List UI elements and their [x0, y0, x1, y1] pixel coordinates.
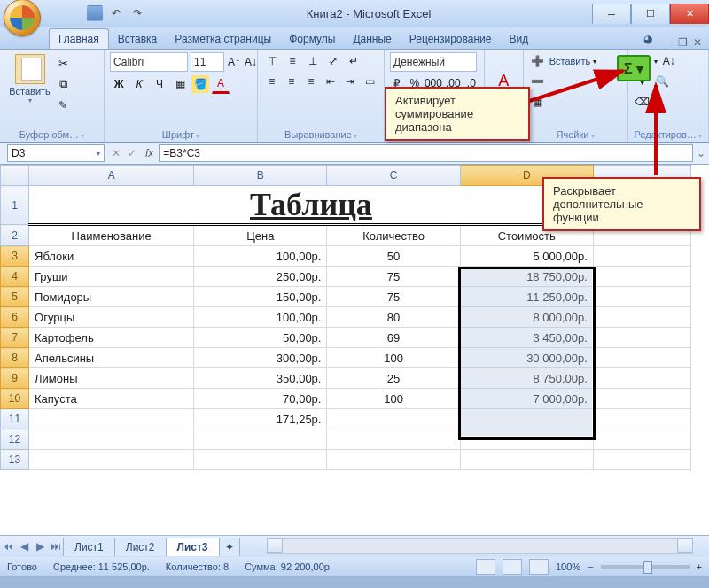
font-size-select[interactable] — [191, 52, 224, 72]
formula-input[interactable]: =B3*C3 — [159, 144, 693, 162]
tab-insert[interactable]: Вставка — [109, 29, 167, 49]
arrow-to-sigma — [510, 62, 651, 115]
orientation-icon[interactable]: ⤢ — [324, 52, 342, 70]
paste-icon — [15, 54, 45, 84]
fx-icon[interactable]: fx — [145, 147, 153, 159]
sheet-tab-3[interactable]: Лист3 — [166, 538, 220, 556]
cut-icon[interactable] — [54, 54, 72, 72]
tab-pagelayout[interactable]: Разметка страницы — [166, 29, 280, 49]
sheet-nav-last-icon[interactable]: ⏭ — [48, 540, 64, 553]
row-8[interactable]: 8 — [1, 348, 29, 368]
row-5[interactable]: 5 — [1, 287, 29, 307]
callout-sum: Активирует суммирование диапазона — [385, 87, 530, 141]
row-4[interactable]: 4 — [1, 267, 29, 287]
callout-dropdown: Раскрывает дополнительные функции — [542, 177, 701, 231]
align-left-icon[interactable]: ≡ — [263, 73, 280, 90]
tab-home[interactable]: Главная — [49, 28, 109, 49]
bold-icon[interactable]: Ж — [110, 75, 128, 93]
arrow-to-dropdown — [638, 80, 674, 182]
row-11[interactable]: 11 — [1, 409, 29, 429]
font-family-select[interactable] — [110, 52, 188, 72]
title-cell[interactable]: Таблица — [29, 186, 594, 225]
row-1[interactable]: 1 — [1, 186, 29, 225]
group-clipboard: Вставить ▾ Буфер обм… — [0, 50, 105, 142]
row-9[interactable]: 9 — [1, 368, 29, 389]
help-icon[interactable]: ◕ — [635, 29, 661, 49]
col-C[interactable]: C — [327, 166, 460, 186]
col-A[interactable]: A — [29, 166, 194, 186]
status-count: Количество: 8 — [166, 561, 229, 572]
view-layout-icon[interactable] — [503, 559, 522, 575]
undo-icon[interactable] — [108, 5, 124, 21]
row-10[interactable]: 10 — [1, 389, 29, 409]
tab-review[interactable]: Рецензирование — [401, 29, 501, 49]
border-icon[interactable]: ▦ — [171, 75, 189, 93]
align-top-icon[interactable]: ⊤ — [263, 52, 281, 70]
wrap-text-icon[interactable]: ↵ — [345, 52, 362, 70]
sheet-tab-bar: ⏮ ◀ ▶ ⏭ Лист1 Лист2 Лист3 ✦ — [0, 535, 709, 557]
row-3[interactable]: 3 — [1, 246, 29, 267]
format-painter-icon[interactable] — [54, 97, 72, 114]
title-bar: Книга2 - Microsoft Excel ─ ☐ ✕ — [0, 0, 709, 27]
sort-icon[interactable]: A↓ — [660, 52, 678, 70]
close-button[interactable]: ✕ — [670, 4, 709, 24]
indent-dec-icon[interactable]: ⇤ — [323, 73, 339, 90]
align-center-icon[interactable]: ≡ — [283, 73, 300, 90]
fill-color-icon[interactable]: 🪣 — [191, 75, 209, 93]
sheet-nav-prev-icon[interactable]: ◀ — [16, 540, 32, 553]
doc-minimize-icon[interactable]: ─ — [665, 36, 673, 49]
row-7[interactable]: 7 — [1, 328, 29, 348]
cancel-formula-icon[interactable]: ✕ — [108, 147, 124, 159]
select-all-corner[interactable] — [1, 166, 29, 186]
enter-formula-icon[interactable]: ✓ — [124, 147, 140, 159]
minimize-button[interactable]: ─ — [592, 4, 631, 24]
copy-icon[interactable] — [54, 75, 72, 93]
save-icon[interactable] — [87, 5, 103, 21]
redo-icon[interactable] — [129, 5, 145, 21]
font-color-icon[interactable]: A — [212, 74, 230, 94]
tab-data[interactable]: Данные — [344, 29, 400, 49]
paste-button[interactable]: Вставить ▾ — [5, 52, 54, 114]
view-normal-icon[interactable] — [476, 559, 495, 575]
sheet-nav-first-icon[interactable]: ⏮ — [0, 540, 16, 553]
row-6[interactable]: 6 — [1, 307, 29, 328]
increase-font-icon[interactable]: A↑ — [227, 53, 241, 71]
number-format-select[interactable] — [390, 52, 477, 72]
indent-inc-icon[interactable]: ⇥ — [342, 73, 359, 90]
office-button[interactable] — [4, 0, 41, 36]
status-average: Среднее: 11 525,00р. — [53, 561, 150, 572]
name-box[interactable]: D3▾ — [7, 144, 105, 162]
formula-bar: D3▾ ✕ ✓ fx =B3*C3 ⌄ — [0, 143, 709, 165]
sheet-nav-next-icon[interactable]: ▶ — [32, 540, 48, 553]
decrease-font-icon[interactable]: A↓ — [244, 53, 258, 71]
row-13[interactable]: 13 — [1, 450, 29, 470]
zoom-in-icon[interactable]: + — [697, 561, 702, 572]
view-break-icon[interactable] — [529, 559, 549, 575]
align-bottom-icon[interactable]: ⊥ — [304, 52, 322, 70]
underline-icon[interactable]: Ч — [151, 75, 168, 93]
align-right-icon[interactable]: ≡ — [302, 73, 319, 90]
zoom-label: 100% — [556, 561, 580, 572]
sheet-tab-2[interactable]: Лист2 — [114, 538, 167, 556]
horizontal-scrollbar[interactable] — [267, 538, 693, 554]
doc-close-icon[interactable]: ✕ — [693, 36, 702, 49]
ribbon-tabs: Главная Вставка Разметка страницы Формул… — [0, 27, 709, 50]
doc-restore-icon[interactable]: ❐ — [678, 36, 688, 49]
zoom-slider[interactable] — [601, 565, 690, 569]
quick-access-toolbar — [87, 5, 145, 21]
row-12[interactable]: 12 — [1, 429, 29, 450]
expand-formula-icon[interactable]: ⌄ — [693, 147, 709, 159]
align-middle-icon[interactable]: ≡ — [284, 52, 301, 70]
maximize-button[interactable]: ☐ — [631, 4, 670, 24]
status-ready: Готово — [7, 561, 37, 572]
tab-formulas[interactable]: Формулы — [280, 29, 344, 49]
italic-icon[interactable]: К — [130, 75, 148, 93]
merge-icon[interactable]: ▭ — [362, 73, 378, 90]
tab-view[interactable]: Вид — [500, 29, 537, 49]
zoom-out-icon[interactable]: − — [588, 561, 593, 572]
sheet-tab-1[interactable]: Лист1 — [63, 538, 115, 556]
new-sheet-icon[interactable]: ✦ — [219, 538, 240, 556]
row-2[interactable]: 2 — [1, 225, 29, 246]
col-B[interactable]: B — [194, 166, 327, 186]
group-alignment: ⊤ ≡ ⊥ ⤢ ↵ ≡ ≡ ≡ ⇤ ⇥ ▭ Выравнивание — [258, 50, 385, 142]
